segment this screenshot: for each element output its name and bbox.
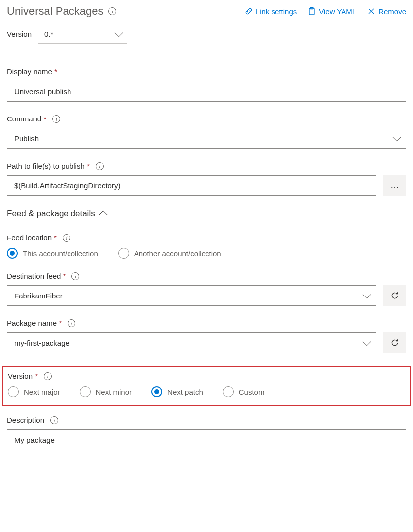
browse-button[interactable]: … — [383, 175, 406, 196]
required-mark: * — [54, 234, 57, 242]
chevron-up-icon — [99, 211, 107, 219]
info-icon[interactable]: i — [44, 372, 52, 380]
info-icon[interactable]: i — [96, 162, 104, 170]
destination-feed-value: FabrikamFiber — [14, 292, 63, 300]
package-name-label: Package name — [7, 319, 57, 327]
page-title: Universal Packages — [7, 5, 103, 18]
required-mark: * — [54, 67, 57, 76]
command-label: Command — [7, 115, 41, 123]
version-top-select[interactable]: 0.* — [38, 24, 127, 44]
chevron-down-icon — [363, 290, 371, 298]
required-mark: * — [63, 272, 66, 280]
remove-action[interactable]: Remove — [367, 7, 406, 16]
divider — [116, 214, 406, 214]
description-label: Description — [7, 416, 44, 424]
description-input[interactable] — [7, 429, 406, 450]
feed-location-radio-another[interactable]: Another account/collection — [118, 248, 221, 259]
feed-location-label: Feed location — [7, 234, 52, 242]
command-select[interactable]: Publish — [7, 128, 406, 149]
destination-feed-select[interactable]: FabrikamFiber — [7, 285, 376, 306]
clipboard-icon — [308, 7, 316, 15]
version-custom-label: Custom — [239, 388, 265, 396]
info-icon[interactable]: i — [50, 416, 58, 424]
radio-icon — [8, 386, 19, 397]
version-top-value: 0.* — [44, 30, 53, 38]
feed-location-radio-this[interactable]: This account/collection — [7, 248, 98, 259]
required-mark: * — [87, 162, 90, 170]
radio-icon — [7, 248, 18, 259]
feed-location-this-label: This account/collection — [23, 249, 98, 258]
chevron-down-icon — [363, 337, 371, 346]
radio-icon — [80, 386, 91, 397]
command-value: Publish — [14, 134, 39, 143]
package-name-select[interactable]: my-first-package — [7, 332, 376, 353]
version-radio-major[interactable]: Next major — [8, 386, 60, 397]
radio-icon — [223, 386, 234, 397]
required-mark: * — [43, 115, 46, 123]
link-settings-action[interactable]: Link settings — [245, 7, 297, 16]
path-input[interactable] — [7, 175, 376, 196]
chevron-down-icon — [393, 133, 401, 141]
version-major-label: Next major — [24, 388, 60, 396]
version-radio-patch[interactable]: Next patch — [151, 386, 203, 397]
info-icon[interactable]: i — [71, 272, 79, 280]
required-mark: * — [35, 372, 38, 380]
version-highlight-box: Version * i Next major Next minor Next p… — [2, 366, 411, 406]
version-radio-minor[interactable]: Next minor — [80, 386, 132, 397]
refresh-icon — [390, 291, 399, 300]
path-label: Path to file(s) to publish — [7, 162, 85, 170]
close-icon — [367, 7, 375, 15]
display-name-input[interactable] — [7, 81, 406, 102]
display-name-label: Display name — [7, 67, 52, 76]
section-feed-package-details[interactable]: Feed & package details — [7, 209, 406, 219]
version-patch-label: Next patch — [167, 388, 203, 396]
version-label: Version — [8, 372, 33, 380]
view-yaml-label: View YAML — [319, 7, 356, 16]
refresh-icon — [390, 338, 399, 347]
destination-feed-label: Destination feed — [7, 272, 61, 280]
view-yaml-action[interactable]: View YAML — [308, 7, 356, 16]
feed-location-another-label: Another account/collection — [134, 249, 221, 258]
refresh-package-button[interactable] — [383, 332, 406, 353]
section-title: Feed & package details — [7, 209, 95, 219]
package-name-value: my-first-package — [14, 339, 69, 347]
refresh-feed-button[interactable] — [383, 285, 406, 306]
version-minor-label: Next minor — [96, 388, 132, 396]
link-icon — [245, 7, 253, 15]
version-radio-custom[interactable]: Custom — [223, 386, 265, 397]
ellipsis-icon: … — [390, 180, 399, 191]
radio-icon — [151, 386, 162, 397]
info-icon[interactable]: i — [63, 234, 70, 242]
link-settings-label: Link settings — [256, 7, 297, 16]
info-icon[interactable]: i — [108, 7, 116, 15]
radio-icon — [118, 248, 129, 259]
version-top-label: Version — [7, 30, 32, 38]
required-mark: * — [59, 319, 62, 327]
info-icon[interactable]: i — [52, 115, 60, 123]
info-icon[interactable]: i — [68, 319, 75, 327]
remove-label: Remove — [378, 7, 406, 16]
chevron-down-icon — [115, 28, 123, 37]
